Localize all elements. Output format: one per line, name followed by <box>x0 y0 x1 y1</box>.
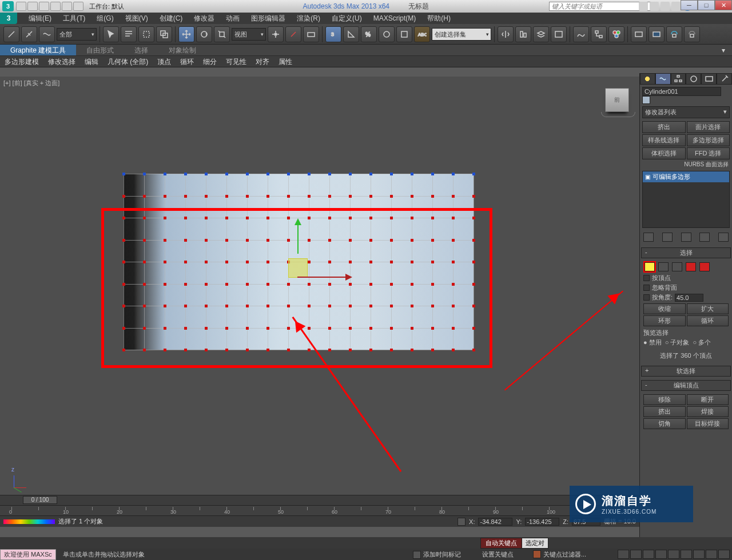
menu-modifiers[interactable]: 修改器 <box>188 13 220 24</box>
break-button[interactable]: 断开 <box>687 394 729 405</box>
favorite-icon[interactable] <box>671 2 681 11</box>
mod-polyselect[interactable]: 多边形选择 <box>687 134 730 146</box>
subobj-border-icon[interactable] <box>672 262 682 271</box>
ribpanel-visibility[interactable]: 可见性 <box>221 56 251 67</box>
key-filters-button[interactable]: 关键点过滤器... <box>533 550 586 559</box>
orbit-view-icon[interactable] <box>693 550 705 559</box>
viewcube[interactable]: 前 <box>605 88 629 112</box>
menu-help[interactable]: 帮助(H) <box>421 13 456 24</box>
menu-group[interactable]: 组(G) <box>91 13 119 24</box>
keyboard-shortcut-icon[interactable] <box>303 26 319 42</box>
cp-tab-display-icon[interactable] <box>701 73 717 85</box>
menu-create[interactable]: 创建(C) <box>154 13 189 24</box>
app-icon[interactable]: 3 <box>2 1 14 11</box>
preview-multi-radio[interactable]: 多个 <box>693 338 711 347</box>
menu-tools[interactable]: 工具(T) <box>57 13 91 24</box>
snap-toggle-icon[interactable]: 3 <box>325 26 341 42</box>
goto-start-icon[interactable] <box>618 550 629 559</box>
ignore-backfacing-checkbox[interactable] <box>643 285 650 291</box>
ribpanel-loops[interactable]: 循环 <box>176 56 198 67</box>
shrink-button[interactable]: 收缩 <box>643 303 686 314</box>
ribpanel-vertices[interactable]: 顶点 <box>153 56 176 67</box>
select-by-name-icon[interactable] <box>121 26 137 42</box>
unlink-icon[interactable] <box>21 26 37 42</box>
show-end-result-icon[interactable] <box>662 233 673 242</box>
preview-off-radio[interactable]: 禁用 <box>643 338 662 347</box>
select-move-icon[interactable] <box>178 26 194 42</box>
named-sel-icon[interactable]: ABC <box>414 26 430 42</box>
ref-coord-dropdown[interactable]: 视图 <box>232 28 266 41</box>
render-production-icon[interactable] <box>666 26 682 42</box>
maximize-button[interactable]: □ <box>698 0 715 10</box>
next-frame-icon[interactable] <box>655 550 667 559</box>
qat-open-icon[interactable] <box>27 2 38 11</box>
layer-manager-icon[interactable] <box>551 26 567 42</box>
weld-button[interactable]: 焊接 <box>687 406 729 417</box>
autokey-button[interactable]: 自动关键点 <box>480 538 522 549</box>
mod-ffdselect[interactable]: FFD 选择 <box>687 147 730 159</box>
menu-edit[interactable]: 编辑(E) <box>23 13 57 24</box>
maximize-viewport-icon[interactable] <box>718 550 730 559</box>
make-unique-icon[interactable] <box>681 233 691 242</box>
extrude-button[interactable]: 挤出 <box>643 406 686 417</box>
rollout-selection-header[interactable]: -选择 <box>641 247 731 258</box>
subobj-vertex-icon[interactable] <box>645 262 655 271</box>
named-selection-dropdown[interactable]: 创建选择集 <box>432 28 491 41</box>
mod-extrude[interactable]: 挤出 <box>642 121 686 133</box>
prev-frame-icon[interactable] <box>630 550 642 559</box>
ribpanel-geometry[interactable]: 几何体 (全部) <box>103 56 153 67</box>
by-angle-checkbox[interactable] <box>643 294 650 301</box>
mod-nurbs-label[interactable]: NURBS 曲面选择 <box>640 161 732 169</box>
menu-views[interactable]: 视图(V) <box>120 13 154 24</box>
qat-undo-icon[interactable] <box>50 2 61 11</box>
stack-item-editpoly[interactable]: 可编辑多边形 <box>643 171 729 182</box>
select-region-icon[interactable] <box>138 26 154 42</box>
time-slider-knob[interactable]: 0 / 100 <box>23 496 57 504</box>
track-bar[interactable]: 0102030405060708090100 <box>0 505 639 515</box>
select-scale-icon[interactable] <box>214 26 230 42</box>
ribpanel-edit[interactable]: 编辑 <box>80 56 103 67</box>
cp-tab-motion-icon[interactable] <box>686 73 701 85</box>
mod-splineselect[interactable]: 样条线选择 <box>642 134 686 146</box>
qat-redo-icon[interactable] <box>62 2 72 11</box>
cp-tab-hierarchy-icon[interactable] <box>671 73 686 85</box>
mod-patchselect[interactable]: 面片选择 <box>687 121 730 133</box>
ribbon-tab-paint[interactable]: 对象绘制 <box>158 45 206 55</box>
viewport[interactable]: [+] [前] [真实 + 边面] 前 z <box>0 77 639 495</box>
schematic-view-icon[interactable] <box>591 26 607 42</box>
modifier-stack[interactable]: 可编辑多边形 <box>642 171 730 228</box>
menu-grapheditors[interactable]: 图形编辑器 <box>245 13 291 24</box>
subscription-icon[interactable] <box>650 2 659 11</box>
spinner-snap-icon[interactable] <box>379 26 395 42</box>
ribpanel-modifysel[interactable]: 修改选择 <box>43 56 80 67</box>
select-rotate-icon[interactable] <box>196 26 212 42</box>
workspace-dropdown[interactable]: 工作台: 默认 <box>89 2 124 11</box>
preview-subobj-radio[interactable]: 子对象 <box>665 338 690 347</box>
coordinate-display-icon[interactable] <box>458 518 466 526</box>
qat-new-icon[interactable] <box>16 2 26 11</box>
angle-snap-icon[interactable] <box>343 26 359 42</box>
coord-x-field[interactable] <box>478 518 512 526</box>
ribbon-tab-selection[interactable]: 选择 <box>124 45 158 55</box>
viewport-label[interactable]: [+] [前] [真实 + 边面] <box>3 79 59 87</box>
modifier-list-dropdown[interactable]: 修改器列表 <box>642 106 730 118</box>
coord-y-field[interactable] <box>525 518 559 526</box>
infocenter-search[interactable] <box>549 2 652 11</box>
cp-tab-modify-icon[interactable] <box>655 73 671 85</box>
ribpanel-align[interactable]: 对齐 <box>251 56 274 67</box>
by-vertex-checkbox[interactable] <box>643 275 650 281</box>
ribbon-expand-icon[interactable]: ▾ <box>711 45 732 55</box>
object-name-field[interactable] <box>642 87 721 96</box>
ribpanel-subdiv[interactable]: 细分 <box>198 56 221 67</box>
ribpanel-props[interactable]: 属性 <box>274 56 297 67</box>
align-icon[interactable] <box>515 26 531 42</box>
pin-stack-icon[interactable] <box>643 233 654 242</box>
maxscript-listener[interactable]: 欢迎使用 MAXSc <box>0 549 56 560</box>
select-manipulate-icon[interactable] <box>285 26 301 42</box>
ribpanel-polymodel[interactable]: 多边形建模 <box>0 56 43 67</box>
configure-modifier-icon[interactable] <box>718 233 729 242</box>
mirror-icon[interactable] <box>498 26 514 42</box>
menu-rendering[interactable]: 渲染(R) <box>291 13 326 24</box>
chamfer-button[interactable]: 切角 <box>643 418 686 429</box>
ribbon-tab-graphite[interactable]: Graphite 建模工具 <box>0 45 76 55</box>
